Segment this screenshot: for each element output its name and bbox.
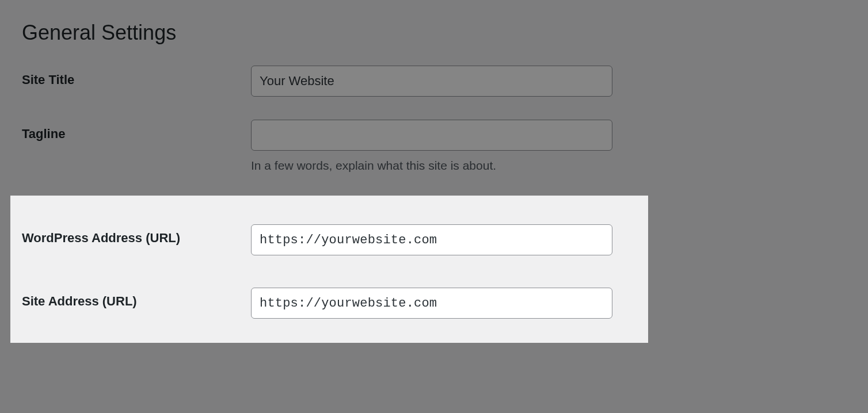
site-address-row: Site Address (URL) — [22, 288, 637, 319]
tagline-row: Tagline In a few words, explain what thi… — [22, 120, 846, 173]
site-title-label: Site Title — [22, 72, 74, 87]
wp-address-label: WordPress Address (URL) — [22, 231, 180, 245]
site-title-row: Site Title — [22, 66, 846, 97]
tagline-input[interactable] — [251, 120, 612, 151]
tagline-description: In a few words, explain what this site i… — [251, 159, 846, 173]
site-address-input[interactable] — [251, 288, 612, 319]
wp-address-input[interactable] — [251, 224, 612, 255]
tagline-label: Tagline — [22, 127, 65, 141]
site-address-label: Site Address (URL) — [22, 294, 137, 308]
wp-address-row: WordPress Address (URL) — [22, 224, 637, 255]
highlight-panel: WordPress Address (URL) Site Address (UR… — [10, 196, 648, 343]
site-title-input[interactable] — [251, 66, 612, 97]
page-title: General Settings — [22, 21, 846, 45]
